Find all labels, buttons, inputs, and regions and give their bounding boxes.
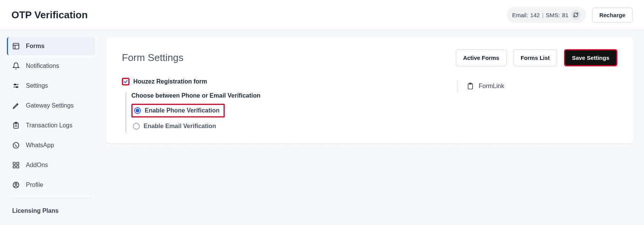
email-count-label: Email: [512, 12, 528, 18]
sliders-icon [12, 82, 20, 90]
svg-point-4 [14, 84, 16, 85]
check-icon [123, 79, 128, 84]
sidebar-item-label: Transaction Logs [26, 122, 72, 129]
main-content: Form Settings Active Forms Forms List Sa… [99, 30, 644, 220]
svg-rect-13 [17, 162, 19, 165]
stats-separator: | [542, 12, 543, 18]
sidebar-item-licensing[interactable]: Licensing Plans [7, 202, 95, 220]
sidebar-item-forms[interactable]: Forms [7, 37, 95, 55]
radio-icon [134, 107, 141, 114]
sidebar-item-label: WhatsApp [26, 142, 54, 149]
choose-verification-label: Choose between Phone or Email Verificati… [131, 92, 457, 99]
radio-label: Enable Phone Verification [145, 107, 220, 114]
sidebar-divider [10, 198, 92, 198]
sidebar-item-transaction-logs[interactable]: Transaction Logs [7, 116, 95, 135]
sidebar-item-label: Notifications [26, 63, 59, 69]
header-right: Email:142 | SMS: 81 Recharge [507, 7, 633, 23]
sidebar-item-whatsapp[interactable]: WhatsApp [7, 136, 95, 154]
sidebar-item-profile[interactable]: Profile [7, 176, 95, 194]
grid-icon [12, 161, 20, 169]
form-name-label: Houzez Registration form [133, 78, 207, 85]
sidebar-item-label: Settings [26, 82, 48, 89]
formlink-label: FormLink [479, 83, 504, 90]
clipboard-icon [12, 122, 20, 129]
sidebar-item-notifications[interactable]: Notifications [7, 57, 95, 75]
form-enable-checkbox[interactable] [122, 78, 129, 85]
card-actions: Active Forms Forms List Save Settings [456, 49, 617, 66]
save-settings-button[interactable]: Save Settings [564, 49, 617, 66]
sms-count-label: SMS: [546, 12, 560, 18]
phone-verification-radio[interactable]: Enable Phone Verification [131, 104, 225, 117]
svg-rect-14 [13, 166, 16, 168]
sidebar-item-addons[interactable]: AddOns [7, 156, 95, 174]
radio-label: Enable Email Verification [144, 123, 216, 130]
svg-point-17 [15, 183, 17, 185]
sidebar-item-gateway-settings[interactable]: Gateway Settings [7, 96, 95, 115]
sidebar-item-label: Forms [26, 43, 45, 50]
radio-icon [133, 123, 140, 130]
user-icon [12, 181, 20, 189]
sidebar: Forms Notifications Settings Gateway Set… [0, 30, 99, 220]
form-row: Houzez Registration form Choose between … [122, 78, 617, 132]
svg-point-11 [13, 143, 19, 148]
email-verification-radio[interactable]: Enable Email Verification [131, 121, 220, 132]
active-forms-button[interactable]: Active Forms [456, 49, 507, 66]
stats-box: Email:142 | SMS: 81 [507, 7, 586, 23]
sms-count-value: 81 [562, 12, 569, 18]
layout: Forms Notifications Settings Gateway Set… [0, 30, 644, 220]
formlink-row[interactable]: FormLink [467, 82, 504, 90]
refresh-button[interactable] [571, 10, 581, 20]
header: OTP Verification Email:142 | SMS: 81 Rec… [0, 0, 644, 30]
form-left: Houzez Registration form Choose between … [122, 78, 457, 132]
pen-icon [12, 102, 20, 109]
sidebar-item-label: AddOns [26, 162, 48, 169]
recharge-button[interactable]: Recharge [592, 8, 633, 22]
whatsapp-icon [12, 141, 20, 149]
svg-rect-0 [13, 43, 19, 49]
sidebar-item-settings[interactable]: Settings [7, 77, 95, 95]
email-count-value: 142 [530, 12, 540, 18]
forms-list-button[interactable]: Forms List [513, 49, 557, 66]
form-right: FormLink [457, 80, 504, 92]
bell-icon [12, 62, 20, 70]
sidebar-item-label: Profile [26, 182, 43, 188]
svg-rect-12 [13, 162, 16, 165]
sidebar-item-label: Gateway Settings [26, 102, 74, 109]
layout-icon [12, 42, 20, 50]
verification-block: Choose between Phone or Email Verificati… [126, 92, 457, 132]
refresh-icon [573, 12, 578, 18]
clipboard-icon [467, 82, 474, 90]
card-head: Form Settings Active Forms Forms List Sa… [122, 49, 617, 66]
page-title: OTP Verification [11, 9, 88, 21]
svg-point-6 [16, 87, 18, 88]
card-title: Form Settings [122, 52, 184, 64]
form-settings-card: Form Settings Active Forms Forms List Sa… [107, 38, 633, 144]
svg-rect-15 [17, 166, 19, 168]
form-checkbox-row: Houzez Registration form [122, 78, 457, 85]
